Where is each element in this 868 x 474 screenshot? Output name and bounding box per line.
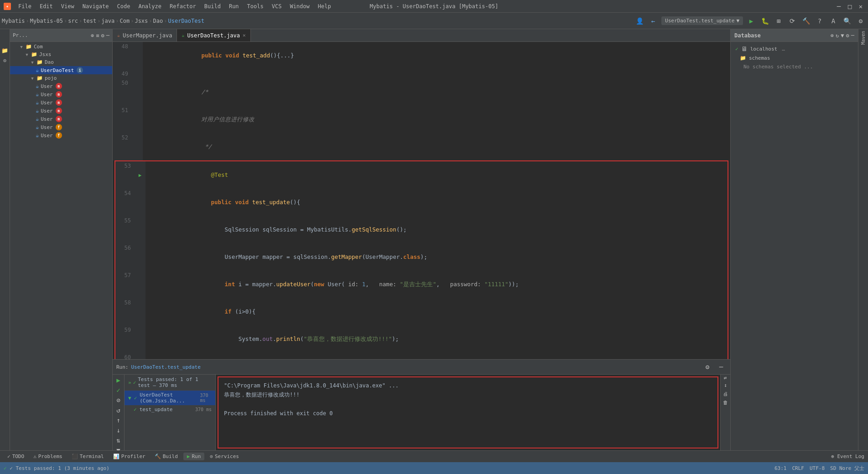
project-icon[interactable]: 📁 <box>1 47 8 54</box>
services-icon: ⊙ <box>210 453 213 459</box>
tree-item-jsxs[interactable]: ▼ 📁 Jsxs <box>10 51 112 58</box>
help-icon[interactable]: ? <box>814 15 825 26</box>
breadcrumb-dao[interactable]: Dao <box>153 18 163 24</box>
tab-userdaotest[interactable]: ☕ UserDaoTest.java ✕ <box>177 29 250 41</box>
run-strip-icon2[interactable]: ↕ <box>724 382 727 388</box>
menu-view[interactable]: View <box>57 2 78 10</box>
status-charset[interactable]: UTF-8 <box>810 465 825 471</box>
menu-build[interactable]: Build <box>201 2 224 10</box>
maximize-button[interactable]: □ <box>846 3 853 10</box>
menu-help[interactable]: Help <box>314 2 335 10</box>
git-icon[interactable]: 👤 <box>634 15 645 26</box>
translate-icon[interactable]: A <box>828 15 839 26</box>
status-encoding[interactable]: CRLF <box>792 465 804 471</box>
services-button[interactable]: ⊙ Services <box>206 453 243 460</box>
run-config-selector[interactable]: UserDaoTest.test_update ▼ <box>661 16 743 25</box>
run-strip-icon1[interactable]: ⇅ <box>722 376 728 380</box>
tree-item-user2[interactable]: ☕ User m <box>10 90 112 98</box>
debug-button[interactable]: 🐛 <box>759 15 770 26</box>
run-strip-icon3[interactable]: 🖨 <box>723 391 728 397</box>
sidebar-close-icon[interactable]: ─ <box>106 32 109 39</box>
db-filter-icon[interactable]: ▼ <box>841 32 844 39</box>
breadcrumb-test[interactable]: test <box>83 18 96 24</box>
run-button[interactable]: ▶ <box>746 15 757 26</box>
profiler-button[interactable]: 📊 Profiler <box>109 453 149 460</box>
sidebar-collapse-icon[interactable]: ≡ <box>96 32 99 39</box>
run-close-icon[interactable]: ─ <box>716 361 727 372</box>
db-add-icon[interactable]: ⊕ <box>831 32 834 39</box>
close-button[interactable]: ✕ <box>857 3 864 10</box>
editor-lines[interactable]: 48 public void test_add(){...} 49 50 <box>113 42 730 359</box>
tree-item-user6[interactable]: ☕ User f <box>10 123 112 131</box>
menu-refactor[interactable]: Refactor <box>166 2 200 10</box>
run-settings-icon[interactable]: ⚙ <box>702 361 713 372</box>
breadcrumb-file[interactable]: UserDaoTest <box>168 18 204 24</box>
breadcrumb-java[interactable]: java <box>101 18 114 24</box>
tree-item-user[interactable]: ☕ User m <box>10 82 112 90</box>
profile-button[interactable]: ⟳ <box>787 15 798 26</box>
breadcrumb-jsxs[interactable]: Jsxs <box>135 18 148 24</box>
status-position[interactable]: 63:1 <box>774 465 787 471</box>
coverage-button[interactable]: ⊞ <box>773 15 784 26</box>
breadcrumb-com[interactable]: Com <box>120 18 130 24</box>
tree-item-user7[interactable]: ☕ User f <box>10 131 112 139</box>
problems-button[interactable]: ⚠ Problems <box>30 453 66 460</box>
run-gutter-icon[interactable]: ▶ <box>139 172 142 178</box>
tab-usermapper[interactable]: ☕ UserMapper.java <box>113 29 177 41</box>
run-play-icon[interactable]: ▶ <box>116 376 120 384</box>
tree-item-pojo[interactable]: ▼ 📁 pojo <box>10 74 112 82</box>
run-strip-icon4[interactable]: 🗑 <box>723 400 728 406</box>
run-stop-icon[interactable]: ⊘ <box>116 397 120 404</box>
menu-code[interactable]: Code <box>114 2 134 10</box>
breadcrumb-src[interactable]: src <box>68 18 78 24</box>
run-prev-icon[interactable]: ↑ <box>116 417 120 424</box>
menu-tools[interactable]: Tools <box>244 2 267 10</box>
event-log-link[interactable]: ⊕ Event Log <box>831 453 864 459</box>
minimize-button[interactable]: ─ <box>835 3 842 10</box>
maven-label[interactable]: Maven <box>861 31 866 45</box>
commit-icon[interactable]: ⊙ <box>3 57 6 64</box>
menu-edit[interactable]: Edit <box>36 2 57 10</box>
run-sort-icon[interactable]: ⇅ <box>116 437 120 444</box>
back-icon[interactable]: ← <box>648 15 659 26</box>
tree-item-dao[interactable]: ▼ 📁 Dao <box>10 58 112 66</box>
breadcrumb-module[interactable]: Mybatis-05 <box>30 18 63 24</box>
run-bottom-button[interactable]: ▶ Run <box>183 453 205 460</box>
todo-button[interactable]: ✓ TODO <box>4 453 28 460</box>
menu-navigate[interactable]: Navigate <box>79 2 113 10</box>
run-check-icon[interactable]: ✓ <box>116 386 120 394</box>
db-refresh-icon[interactable]: ↻ <box>836 32 839 39</box>
db-item-schemas[interactable]: 📁 schemas <box>733 54 856 62</box>
terminal-button[interactable]: ⬛ Terminal <box>68 453 108 460</box>
db-item-localhost[interactable]: ✓ 🖥 localhost … <box>733 44 856 54</box>
db-settings-icon[interactable]: ⚙ <box>846 32 849 39</box>
run-config-name[interactable]: UserDaoTest.test_update <box>131 364 201 370</box>
sidebar-settings-icon[interactable]: ⚙ <box>101 32 104 39</box>
run-filter-icon[interactable]: ▼ <box>116 447 120 450</box>
settings-icon[interactable]: ⚙ <box>855 15 866 26</box>
menu-run[interactable]: Run <box>225 2 243 10</box>
db-close-icon[interactable]: ─ <box>851 32 854 39</box>
sidebar-new-icon[interactable]: ⊕ <box>91 32 94 39</box>
right-sidebar: Maven <box>858 29 868 450</box>
db-schemas-label: schemas <box>749 55 770 61</box>
tree-item-user4[interactable]: ☕ User m <box>10 107 112 115</box>
tree-item-userdaotest[interactable]: ☕ UserDaoTest i <box>10 66 112 74</box>
breadcrumb-project[interactable]: Mybatis <box>2 18 25 24</box>
run-next-icon[interactable]: ↓ <box>116 427 120 434</box>
tree-item-user3[interactable]: ☕ User m <box>10 98 112 107</box>
run-item-testupdate[interactable]: ✓ test_update 370 ms <box>125 405 215 414</box>
tree-item-com[interactable]: ▼ 📁 Com <box>10 43 112 51</box>
tree-label-user: User <box>41 83 53 89</box>
run-item-userdaotest[interactable]: ▼ ✓ UserDaoTest (Com.Jsxs.Da... 370 ms <box>125 391 215 405</box>
menu-window[interactable]: Window <box>286 2 313 10</box>
build-button[interactable]: 🔨 <box>800 15 811 26</box>
search-icon[interactable]: 🔍 <box>842 15 852 26</box>
tab-close-userdaotest[interactable]: ✕ <box>243 32 246 38</box>
menu-file[interactable]: File <box>15 2 35 10</box>
tree-item-user5[interactable]: ☕ User m <box>10 115 112 123</box>
menu-vcs[interactable]: VCS <box>268 2 286 10</box>
build-button[interactable]: 🔨 Build <box>151 453 182 460</box>
run-rerun-icon[interactable]: ↺ <box>116 407 120 414</box>
menu-analyze[interactable]: Analyze <box>135 2 165 10</box>
